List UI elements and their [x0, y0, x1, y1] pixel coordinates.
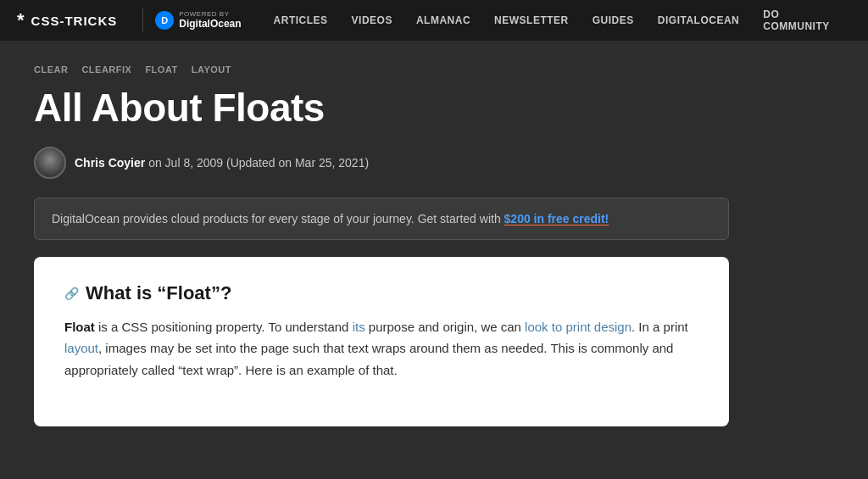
- nav-link-almanac[interactable]: ALMANAC: [404, 0, 482, 41]
- promo-link[interactable]: $200 in free credit!: [504, 212, 609, 226]
- breadcrumb-layout[interactable]: LAYOUT: [192, 64, 231, 75]
- avatar-image: [36, 148, 64, 177]
- anchor-icon: 🔗: [64, 287, 79, 300]
- body-link-its[interactable]: its: [353, 320, 365, 334]
- author-row: Chris Coyier on Jul 8, 2009 (Updated on …: [34, 147, 729, 179]
- promo-text: DigitalOcean provides cloud products for…: [52, 212, 504, 226]
- body-link-layout[interactable]: layout: [64, 341, 98, 355]
- author-name[interactable]: Chris Coyier: [75, 156, 145, 170]
- nav-item-videos[interactable]: VIDEOS: [340, 0, 404, 41]
- main-content: CLEAR CLEARFIX FLOAT LAYOUT All About Fl…: [0, 41, 763, 426]
- body-text-4: , images may be set into the page such t…: [64, 341, 673, 377]
- nav-item-articles[interactable]: ARTICLES: [262, 0, 340, 41]
- nav-item-guides[interactable]: GUIDES: [581, 0, 646, 41]
- nav-divider: [142, 8, 143, 32]
- nav-link-digitalocean[interactable]: DIGITALOCEAN: [646, 0, 751, 41]
- page-title: All About Floats: [34, 86, 729, 130]
- logo-text: CSS-TRICKS: [31, 14, 118, 28]
- do-circle-icon: D: [155, 11, 174, 30]
- nav-item-almanac[interactable]: ALMANAC: [404, 0, 482, 41]
- body-text-1: is a CSS positioning property. To unders…: [95, 320, 353, 334]
- promo-banner: DigitalOcean provides cloud products for…: [34, 198, 729, 240]
- site-logo[interactable]: * CSS-TRICKS: [17, 11, 117, 30]
- article-body: Float is a CSS positioning property. To …: [64, 316, 698, 382]
- nav-link-videos[interactable]: VIDEOS: [340, 0, 404, 41]
- breadcrumb-float[interactable]: FLOAT: [145, 64, 177, 75]
- main-nav: * CSS-TRICKS D Powered by DigitalOcean A…: [0, 0, 868, 41]
- nav-link-newsletter[interactable]: NEWSLETTER: [482, 0, 581, 41]
- nav-link-articles[interactable]: ARTICLES: [262, 0, 340, 41]
- body-link-print-design[interactable]: look to print design: [525, 320, 632, 334]
- author-meta: Chris Coyier on Jul 8, 2009 (Updated on …: [75, 156, 369, 170]
- nav-item-digitalocean[interactable]: DIGITALOCEAN: [646, 0, 751, 41]
- do-logo[interactable]: D Powered by DigitalOcean: [155, 11, 241, 30]
- body-text-3: . In a print: [632, 320, 688, 334]
- float-keyword: Float: [64, 320, 95, 334]
- author-date: on Jul 8, 2009 (Updated on Mar 25, 2021): [145, 156, 369, 170]
- nav-links-list: ARTICLES VIDEOS ALMANAC NEWSLETTER GUIDE…: [262, 0, 851, 41]
- avatar: [34, 147, 66, 179]
- article-card: 🔗 What is “Float”? Float is a CSS positi…: [34, 257, 729, 426]
- logo-asterisk: *: [17, 11, 25, 30]
- nav-item-do-community[interactable]: DO COMMUNITY: [751, 0, 851, 41]
- nav-item-newsletter[interactable]: NEWSLETTER: [482, 0, 581, 41]
- nav-link-guides[interactable]: GUIDES: [581, 0, 646, 41]
- body-text-2: purpose and origin, we can: [365, 320, 525, 334]
- do-powered-text: Powered by DigitalOcean: [179, 11, 241, 30]
- section-heading: 🔗 What is “Float”?: [64, 282, 698, 304]
- section-heading-text: What is “Float”?: [86, 282, 231, 304]
- breadcrumb-clear[interactable]: CLEAR: [34, 64, 68, 75]
- do-name-label: DigitalOcean: [179, 19, 241, 30]
- breadcrumbs: CLEAR CLEARFIX FLOAT LAYOUT: [34, 64, 729, 75]
- nav-link-do-community[interactable]: DO COMMUNITY: [751, 0, 851, 41]
- breadcrumb-clearfix[interactable]: CLEARFIX: [81, 64, 131, 75]
